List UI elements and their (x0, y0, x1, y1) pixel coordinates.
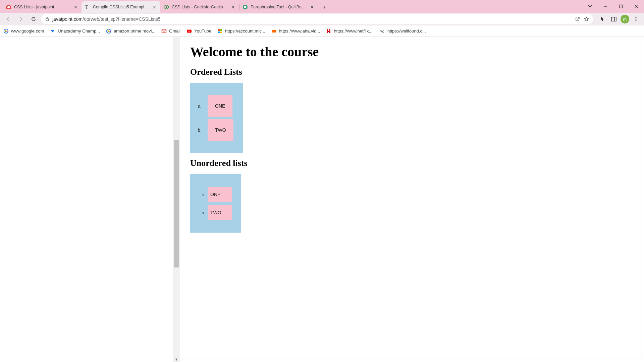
bookmark-google[interactable]: www.google.com (3, 28, 44, 34)
aha-icon (271, 28, 277, 34)
close-icon[interactable]: ✕ (230, 4, 236, 10)
unacademy-icon (50, 28, 55, 34)
kebab-menu-button[interactable] (631, 14, 641, 24)
ordered-list: ONE TWO (196, 95, 233, 141)
tab-compile-csslists5[interactable]: T Compile CSSLists5 Example: Edit ✕ (82, 1, 160, 13)
bookmark-label: https://www.netflix.... (334, 28, 374, 34)
tab-label: Compile CSSLists5 Example: Edit (93, 5, 149, 9)
gmail-icon (161, 28, 167, 34)
svg-marker-12 (584, 17, 589, 21)
url-text: javatpoint.com/oprweb/test.jsp?filename=… (52, 16, 572, 22)
svg-rect-24 (220, 29, 222, 31)
svg-point-15 (635, 17, 636, 18)
bookmark-unacademy[interactable]: Unacademy Champ... (50, 28, 100, 34)
wellfound-icon: w: (380, 28, 385, 34)
list-item: TWO (203, 119, 233, 141)
code-editor-pane[interactable]: ▼ (0, 37, 180, 362)
quillbot-icon (243, 4, 248, 10)
tab-search-button[interactable] (582, 0, 598, 13)
bookmark-label: Unacademy Champ... (58, 28, 100, 34)
svg-rect-23 (218, 29, 220, 31)
extensions-button[interactable] (596, 14, 607, 24)
list-item-label: ONE (210, 192, 220, 197)
page-title: Welcome to the course (190, 44, 636, 60)
bookmark-label: https://wellfound.c... (387, 28, 426, 34)
google-icon (3, 28, 9, 34)
bookmark-gmail[interactable]: Gmail (161, 28, 180, 34)
forward-button[interactable] (15, 14, 26, 24)
svg-rect-26 (220, 32, 222, 33)
close-icon[interactable]: ✕ (73, 4, 78, 10)
close-window-button[interactable] (629, 0, 644, 13)
bookmark-label: https://account.mic... (225, 28, 265, 34)
tab-label: Paraphrasing Tool - QuillBot AI (251, 5, 307, 9)
scroll-down-icon[interactable]: ▼ (173, 357, 180, 361)
bookmark-netflix[interactable]: https://www.netflix.... (326, 28, 374, 34)
sidepanel-button[interactable] (608, 14, 619, 24)
bookmark-amazonprime[interactable]: amazon prime movi... (106, 28, 155, 34)
svg-rect-11 (46, 19, 49, 21)
list-item: ONE (203, 95, 233, 117)
bookmark-label: amazon prime movi... (114, 28, 155, 34)
google-icon (106, 28, 111, 34)
ordered-lists-heading: Ordered Lists (190, 67, 636, 77)
bookmark-youtube[interactable]: YouTube (186, 28, 211, 34)
reload-button[interactable] (28, 14, 39, 24)
youtube-icon (186, 28, 192, 34)
back-button[interactable] (3, 14, 13, 24)
ordered-list-box: ONE TWO (190, 83, 243, 153)
share-icon[interactable] (575, 16, 580, 22)
gfg-icon (164, 4, 169, 10)
bookmark-microsoft[interactable]: https://account.mic... (217, 28, 265, 34)
new-tab-button[interactable]: ＋ (320, 2, 329, 12)
svg-rect-25 (218, 32, 220, 33)
address-bar: javatpoint.com/oprweb/test.jsp?filename=… (0, 13, 644, 25)
minimize-button[interactable] (598, 0, 613, 13)
scrollbar-thumb[interactable] (174, 140, 179, 267)
maximize-button[interactable] (613, 0, 629, 13)
tab-strip: CSS Lists - javatpoint ✕ T Compile CSSLi… (0, 0, 644, 13)
lock-icon (45, 17, 50, 21)
tab-geeksforgeeks[interactable]: CSS Lists - GeeksforGeeks ✕ (160, 1, 239, 13)
code-scrollbar[interactable]: ▼ (173, 37, 180, 362)
javatpoint-icon (6, 4, 11, 10)
unordered-list-box: ONE TWO (190, 174, 241, 233)
close-icon[interactable]: ✕ (152, 4, 157, 10)
close-icon[interactable]: ✕ (309, 4, 315, 10)
svg-point-16 (635, 18, 636, 19)
svg-rect-13 (611, 17, 616, 21)
bookmark-label: https://www.aha.vid... (279, 28, 320, 34)
bookmark-star-icon[interactable] (584, 16, 589, 22)
profile-avatar[interactable]: m (621, 15, 629, 23)
list-item-label: ONE (208, 95, 232, 117)
unordered-list: ONE TWO (196, 187, 232, 220)
bookmark-label: YouTube (194, 28, 211, 34)
unordered-lists-heading: Unordered lists (190, 158, 636, 168)
svg-point-17 (635, 20, 636, 21)
tab-label: CSS Lists - GeeksforGeeks (172, 5, 228, 9)
bookmark-label: Gmail (169, 28, 180, 34)
svg-text:T: T (85, 5, 88, 10)
svg-text:w:: w: (380, 29, 384, 33)
svg-rect-27 (272, 30, 276, 33)
netflix-icon (326, 28, 331, 34)
page-viewport: ▼ Welcome to the course Ordered Lists ON… (0, 37, 644, 362)
svg-point-6 (244, 6, 247, 8)
bookmarks-bar: www.google.com Unacademy Champ... amazon… (0, 25, 644, 37)
list-item: ONE (208, 187, 232, 202)
microsoft-icon (217, 28, 223, 34)
bookmark-wellfound[interactable]: w: https://wellfound.c... (380, 28, 426, 34)
tab-label: CSS Lists - javatpoint (14, 5, 70, 9)
bookmark-aha[interactable]: https://www.aha.vid... (271, 28, 320, 34)
window-controls (582, 0, 644, 13)
url-path: /oprweb/test.jsp?filename=CSSLists5 (83, 16, 160, 22)
tab-quillbot[interactable]: Paraphrasing Tool - QuillBot AI ✕ (239, 1, 318, 13)
tab-javatpoint[interactable]: CSS Lists - javatpoint ✕ (3, 1, 82, 13)
text-icon: T (85, 4, 90, 10)
list-item-label: TWO (210, 210, 221, 215)
omnibox[interactable]: javatpoint.com/oprweb/test.jsp?filename=… (41, 14, 593, 24)
list-item-label: TWO (208, 119, 233, 141)
output-pane[interactable]: Welcome to the course Ordered Lists ONE … (184, 37, 642, 360)
list-item: TWO (208, 205, 232, 220)
bookmark-label: www.google.com (11, 28, 44, 34)
